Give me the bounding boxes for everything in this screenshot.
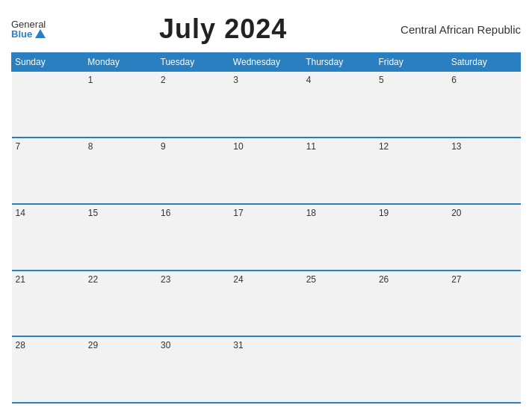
calendar-day-cell: 30 [157,336,229,403]
calendar-day-cell: 18 [303,204,375,271]
calendar-day-cell: 17 [229,204,302,271]
calendar-day-cell: 15 [84,204,157,271]
calendar-week-row: 78910111213 [12,137,521,204]
weekday-header-sunday: Sunday [12,53,84,72]
day-number: 27 [451,274,461,285]
day-number: 4 [306,75,312,85]
weekday-header-friday: Friday [375,53,448,72]
calendar-day-cell: 20 [448,204,520,271]
day-number: 9 [161,141,166,152]
calendar-day-cell: 21 [12,271,84,337]
calendar-day-cell [303,336,375,403]
calendar-day-cell: 25 [303,271,375,337]
day-number: 14 [16,208,25,218]
day-number: 30 [161,340,170,350]
logo: General Blue [11,19,46,39]
calendar-day-cell: 28 [12,336,84,403]
calendar-day-cell: 1 [84,72,157,138]
weekday-header-wednesday: Wednesday [229,53,302,72]
calendar-day-cell: 23 [157,271,229,337]
weekday-header-saturday: Saturday [448,53,520,72]
day-number: 13 [451,141,461,152]
day-number: 25 [306,274,316,285]
weekday-header-tuesday: Tuesday [157,53,229,72]
calendar-day-cell: 16 [157,204,229,271]
calendar-day-cell: 14 [12,204,84,271]
calendar-day-cell: 4 [303,72,375,138]
day-number: 1 [88,75,93,85]
day-number: 12 [379,141,389,152]
calendar-thead: SundayMondayTuesdayWednesdayThursdayFrid… [12,53,521,72]
calendar-day-cell: 11 [303,137,375,204]
day-number: 11 [306,141,316,152]
calendar-tbody: 1234567891011121314151617181920212223242… [12,72,521,404]
month-title: July 2024 [159,13,287,45]
day-number: 23 [161,274,170,285]
day-number: 15 [88,208,98,218]
calendar-day-cell: 26 [375,271,448,337]
day-number: 26 [379,274,389,285]
day-number: 7 [16,141,21,152]
day-number: 19 [379,208,389,218]
weekday-header-row: SundayMondayTuesdayWednesdayThursdayFrid… [12,53,521,72]
day-number: 28 [16,340,25,350]
day-number: 8 [88,141,93,152]
day-number: 22 [88,274,98,285]
day-number: 10 [233,141,243,152]
day-number: 16 [161,208,170,218]
calendar-week-row: 14151617181920 [12,204,521,271]
calendar-day-cell: 6 [448,72,520,138]
day-number: 29 [88,340,98,350]
day-number: 21 [16,274,25,285]
calendar-week-row: 123456 [12,72,521,138]
weekday-header-thursday: Thursday [303,53,375,72]
logo-triangle-icon [35,29,46,38]
calendar-day-cell: 7 [12,137,84,204]
day-number: 3 [233,75,238,85]
day-number: 2 [161,75,166,85]
calendar-day-cell: 10 [229,137,302,204]
calendar-day-cell: 8 [84,137,157,204]
calendar-day-cell: 31 [229,336,302,403]
day-number: 18 [306,208,316,218]
logo-blue-text: Blue [11,29,46,39]
calendar-day-cell: 3 [229,72,302,138]
calendar-container: General Blue July 2024 Central African R… [0,0,532,411]
calendar-day-cell: 19 [375,204,448,271]
calendar-header: General Blue July 2024 Central African R… [11,7,521,52]
day-number: 31 [233,340,243,350]
weekday-header-monday: Monday [84,53,157,72]
calendar-day-cell: 24 [229,271,302,337]
calendar-day-cell: 22 [84,271,157,337]
calendar-day-cell: 29 [84,336,157,403]
day-number: 17 [233,208,243,218]
calendar-week-row: 28293031 [12,336,521,403]
calendar-day-cell: 27 [448,271,520,337]
country-name: Central African Republic [400,23,521,36]
day-number: 5 [379,75,384,85]
calendar-day-cell [448,336,520,403]
calendar-day-cell: 5 [375,72,448,138]
calendar-day-cell: 13 [448,137,520,204]
calendar-day-cell [375,336,448,403]
calendar-day-cell: 2 [157,72,229,138]
day-number: 6 [451,75,457,85]
day-number: 20 [451,208,461,218]
day-number: 24 [233,274,243,285]
calendar-table: SundayMondayTuesdayWednesdayThursdayFrid… [11,52,521,404]
calendar-day-cell: 12 [375,137,448,204]
calendar-week-row: 21222324252627 [12,271,521,337]
calendar-day-cell [12,72,84,138]
calendar-day-cell: 9 [157,137,229,204]
